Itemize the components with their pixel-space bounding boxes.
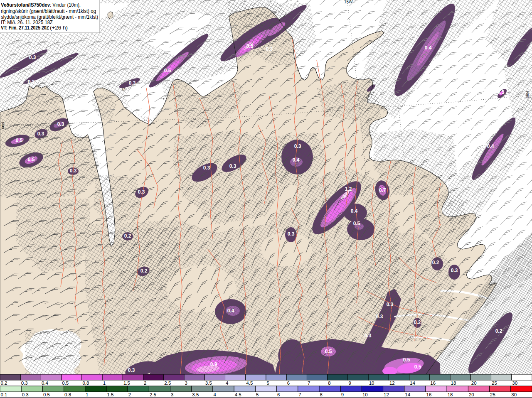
svg-text:0.1: 0.1 — [1, 392, 7, 397]
svg-text:0.3: 0.3 — [128, 367, 135, 373]
svg-text:6: 6 — [287, 381, 290, 386]
svg-text:0.5: 0.5 — [62, 381, 69, 386]
svg-text:0.4: 0.4 — [351, 208, 358, 214]
svg-text:0.3: 0.3 — [376, 314, 383, 319]
svg-text:0.3: 0.3 — [57, 121, 64, 127]
svg-text:0.5: 0.5 — [325, 349, 332, 354]
svg-text:0.5: 0.5 — [498, 89, 505, 95]
svg-text:7: 7 — [308, 381, 310, 386]
svg-text:0.3: 0.3 — [138, 189, 145, 195]
svg-text:5: 5 — [256, 392, 259, 397]
svg-text:18: 18 — [448, 392, 453, 397]
svg-text:3: 3 — [171, 392, 173, 397]
svg-text:0.5: 0.5 — [353, 221, 360, 226]
svg-text:0.3: 0.3 — [22, 392, 29, 397]
svg-text:3.5: 3.5 — [192, 392, 199, 397]
svg-text:1: 1 — [86, 392, 88, 397]
svg-text:4: 4 — [214, 392, 217, 397]
svg-text:2: 2 — [144, 381, 146, 386]
svg-text:slydda/snjókoma (grátt/bleikt/: slydda/snjókoma (grátt/bleikt/grænt - mm… — [1, 14, 98, 20]
svg-text:18: 18 — [451, 381, 456, 386]
svg-text:0.9: 0.9 — [210, 361, 217, 367]
svg-text:7: 7 — [298, 392, 301, 397]
svg-text:0.3: 0.3 — [129, 80, 136, 86]
svg-text:: Vindur (10m),: : Vindur (10m), — [50, 2, 81, 8]
svg-text:3: 3 — [185, 381, 187, 386]
svg-text:25: 25 — [490, 392, 495, 397]
svg-text:16: 16 — [426, 392, 432, 397]
svg-text:0.3: 0.3 — [70, 168, 77, 174]
svg-text:0.5: 0.5 — [43, 392, 50, 397]
svg-text:0.3: 0.3 — [21, 381, 28, 386]
svg-text:0.5: 0.5 — [16, 138, 23, 143]
svg-text:0.3: 0.3 — [288, 231, 295, 237]
svg-text:4.5: 4.5 — [246, 381, 253, 386]
svg-text:30: 30 — [512, 381, 517, 386]
svg-text:30: 30 — [511, 392, 517, 397]
svg-text:0.8: 0.8 — [64, 392, 71, 397]
svg-text:10: 10 — [362, 392, 368, 397]
svg-text:VT: Fim. 27.11.2025 20Z: VT: Fim. 27.11.2025 20Z — [1, 25, 49, 31]
svg-text:5: 5 — [267, 381, 269, 386]
svg-text:0.4: 0.4 — [293, 157, 300, 163]
svg-text:8: 8 — [320, 392, 323, 397]
svg-text:1: 1 — [103, 381, 106, 386]
svg-text:0.3: 0.3 — [29, 54, 36, 60]
svg-text:9: 9 — [341, 392, 344, 397]
svg-text:0.4: 0.4 — [227, 308, 234, 314]
svg-text:0.5: 0.5 — [164, 68, 171, 74]
svg-text:9: 9 — [348, 381, 351, 386]
svg-text:0.3: 0.3 — [294, 143, 301, 149]
svg-text:1.5: 1.5 — [107, 392, 114, 397]
svg-text:14: 14 — [405, 392, 410, 397]
svg-text:0.3: 0.3 — [28, 79, 35, 85]
svg-text:0.2: 0.2 — [140, 268, 148, 274]
svg-text:6: 6 — [277, 392, 280, 397]
svg-text:25: 25 — [492, 381, 497, 386]
svg-text:12: 12 — [389, 381, 395, 386]
svg-text:0.8: 0.8 — [82, 381, 89, 386]
svg-text:0.4: 0.4 — [425, 45, 432, 51]
svg-text:0.5: 0.5 — [414, 364, 421, 370]
svg-text:4: 4 — [226, 381, 229, 386]
svg-text:0.5: 0.5 — [28, 157, 35, 162]
svg-text:4.5: 4.5 — [235, 392, 241, 397]
svg-text:1.5: 1.5 — [123, 381, 130, 386]
svg-text:0.3: 0.3 — [451, 268, 458, 273]
svg-text:0.5: 0.5 — [246, 43, 254, 49]
svg-text:IT: Mið. 26. 11. 2025 18Z: IT: Mið. 26. 11. 2025 18Z — [1, 20, 53, 25]
svg-text:14: 14 — [410, 381, 415, 386]
svg-text:2: 2 — [128, 392, 131, 397]
svg-text:3.5: 3.5 — [205, 381, 212, 386]
svg-text:0.3: 0.3 — [37, 131, 44, 137]
svg-text:0.4: 0.4 — [487, 143, 494, 149]
svg-text:66N: 66N — [525, 91, 530, 98]
svg-text:0.4: 0.4 — [42, 381, 49, 386]
svg-text:10: 10 — [369, 381, 374, 386]
svg-text:0.3: 0.3 — [387, 302, 394, 307]
svg-text:0.2: 0.2 — [495, 328, 502, 334]
svg-text:0.3: 0.3 — [365, 333, 372, 339]
svg-text:(+26 h): (+26 h) — [50, 25, 68, 31]
svg-text:12: 12 — [384, 392, 389, 397]
svg-text:0.3: 0.3 — [266, 46, 273, 52]
svg-text:2.5: 2.5 — [164, 381, 171, 386]
svg-text:2.5: 2.5 — [150, 392, 156, 397]
svg-text:0.7: 0.7 — [379, 187, 386, 193]
svg-text:0.2: 0.2 — [414, 319, 421, 325]
svg-text:66N: 66N — [0, 122, 5, 129]
svg-text:0.2: 0.2 — [124, 233, 131, 239]
svg-text:0.5: 0.5 — [403, 357, 410, 363]
svg-text:20: 20 — [471, 381, 477, 386]
svg-text:16: 16 — [430, 381, 436, 386]
svg-text:20: 20 — [469, 392, 474, 397]
svg-text:rigning/skúrir (grænt/blátt/ra: rigning/skúrir (grænt/blátt/rautt - mm/1… — [1, 8, 96, 14]
svg-text:1.2: 1.2 — [345, 186, 352, 192]
svg-text:0.2: 0.2 — [432, 260, 439, 265]
svg-text:15W: 15W — [344, 0, 353, 4]
svg-text:0.3: 0.3 — [203, 165, 210, 171]
svg-text:0.3: 0.3 — [229, 163, 236, 169]
svg-text:Veðurstofan/IS750dev: Veðurstofan/IS750dev — [1, 2, 50, 8]
svg-text:8: 8 — [328, 381, 330, 386]
svg-text:0.2: 0.2 — [1, 381, 7, 386]
